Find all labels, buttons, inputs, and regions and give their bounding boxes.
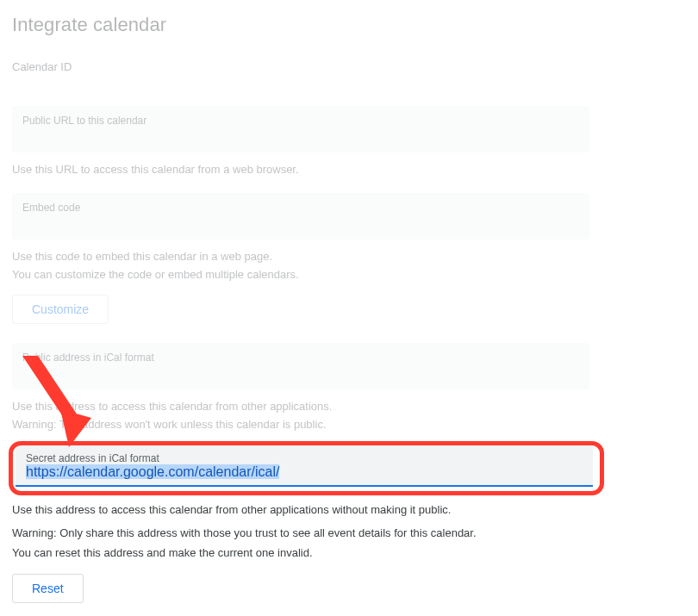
public-ical-help-2: Warning: The address won't work unless t… <box>12 416 686 432</box>
section-title: Integrate calendar <box>12 14 686 36</box>
public-url-help: Use this URL to access this calendar fro… <box>12 161 686 177</box>
secret-ical-label: Secret address in iCal format <box>26 452 583 464</box>
secret-ical-help-3: You can reset this address and make the … <box>12 544 686 562</box>
public-ical-label: Public address in iCal format <box>22 352 579 364</box>
public-url-field[interactable]: Public URL to this calendar <box>12 106 589 152</box>
embed-help-2: You can customize the code or embed mult… <box>12 266 686 283</box>
embed-help-1: Use this code to embed this calendar in … <box>12 248 686 264</box>
secret-ical-value[interactable]: https://calendar.google.com/calendar/ica… <box>26 464 279 479</box>
embed-code-field[interactable]: Embed code <box>12 193 589 240</box>
public-ical-help-1: Use this address to access this calendar… <box>12 398 686 414</box>
public-ical-field[interactable]: Public address in iCal format <box>12 343 589 389</box>
secret-ical-field[interactable]: Secret address in iCal format https://ca… <box>16 445 593 487</box>
customize-button[interactable]: Customize <box>12 295 109 324</box>
public-url-label: Public URL to this calendar <box>22 115 579 127</box>
secret-ical-underline <box>16 485 593 487</box>
reset-button[interactable]: Reset <box>12 574 84 603</box>
secret-ical-help-1: Use this address to access this calendar… <box>12 501 686 519</box>
secret-ical-help-2: Warning: Only share this address with th… <box>12 524 686 542</box>
embed-code-label: Embed code <box>22 202 579 214</box>
calendar-id-label: Calendar ID <box>12 60 686 73</box>
